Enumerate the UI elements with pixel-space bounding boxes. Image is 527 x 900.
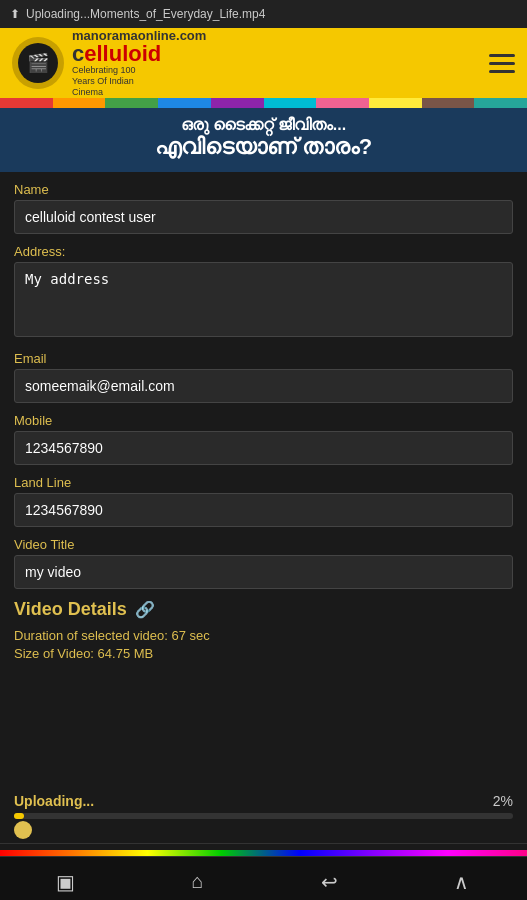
capture-choose-buttons: Capture Choose xyxy=(0,843,527,850)
menu-line-1 xyxy=(489,54,515,57)
color-strip-9 xyxy=(422,98,475,108)
recent-apps-icon: ▣ xyxy=(56,870,75,894)
android-nav-bar: ▣ ⌂ ↩ ∧ xyxy=(0,856,527,900)
upload-row: Uploading... 2% xyxy=(0,793,527,809)
upload-icon-row xyxy=(0,819,527,843)
color-strip-7 xyxy=(316,98,369,108)
banner-section: ഒരു ടൈക്കറ്റ് ജീവിതം... എവിടെയാണ് താരം? xyxy=(0,108,527,172)
status-bar: ⬆ Uploading...Moments_of_Everyday_Life.m… xyxy=(0,0,527,28)
video-title-input[interactable] xyxy=(14,555,513,589)
overflow-icon: ∧ xyxy=(454,870,469,894)
name-label: Name xyxy=(14,182,513,197)
color-strip-4 xyxy=(158,98,211,108)
landline-field-group: Land Line xyxy=(14,475,513,527)
menu-button[interactable] xyxy=(489,54,515,73)
upload-icon: ⬆ xyxy=(10,7,20,21)
home-button[interactable]: ⌂ xyxy=(176,860,220,901)
menu-line-2 xyxy=(489,62,515,65)
color-strip xyxy=(0,98,527,108)
logo-brand: celluloid xyxy=(72,43,206,65)
color-strip-2 xyxy=(53,98,106,108)
upload-dot-icon xyxy=(14,821,32,839)
brand-name: elluloid xyxy=(84,41,161,66)
email-field-group: Email xyxy=(14,351,513,403)
video-title-label: Video Title xyxy=(14,537,513,552)
name-field-group: Name xyxy=(14,182,513,234)
landline-label: Land Line xyxy=(14,475,513,490)
video-details-section: Video Details 🔗 Duration of selected vid… xyxy=(14,599,513,661)
duration-text: Duration of selected video: 67 sec xyxy=(14,628,513,643)
menu-line-3 xyxy=(489,70,515,73)
home-icon: ⌂ xyxy=(192,870,204,893)
size-text: Size of Video: 64.75 MB xyxy=(14,646,513,661)
recent-apps-button[interactable]: ▣ xyxy=(44,860,88,901)
color-strip-8 xyxy=(369,98,422,108)
link-icon: 🔗 xyxy=(135,600,155,619)
mobile-field-group: Mobile xyxy=(14,413,513,465)
email-input[interactable] xyxy=(14,369,513,403)
email-label: Email xyxy=(14,351,513,366)
status-upload-text: Uploading...Moments_of_Everyday_Life.mp4 xyxy=(26,7,265,21)
mobile-label: Mobile xyxy=(14,413,513,428)
color-strip-10 xyxy=(474,98,527,108)
color-strip-5 xyxy=(211,98,264,108)
address-input[interactable]: My address xyxy=(14,262,513,337)
back-button[interactable]: ↩ xyxy=(307,860,351,901)
overflow-button[interactable]: ∧ xyxy=(439,860,483,901)
header: 🎬 manoramaonline.com celluloid Celebrati… xyxy=(0,28,527,98)
back-icon: ↩ xyxy=(321,870,338,894)
uploading-label: Uploading... xyxy=(14,793,94,809)
color-strip-6 xyxy=(264,98,317,108)
logo-container: 🎬 manoramaonline.com celluloid Celebrati… xyxy=(12,28,206,97)
logo-text-block: manoramaonline.com celluloid Celebrating… xyxy=(72,28,206,97)
brand-prefix: c xyxy=(72,41,84,66)
upload-percent: 2% xyxy=(493,793,513,809)
main-scroll-area[interactable]: ഒരു ടൈക്കറ്റ് ജീവിതം... എവിടെയാണ് താരം? … xyxy=(0,108,527,850)
color-strip-3 xyxy=(105,98,158,108)
logo-inner-icon: 🎬 xyxy=(18,43,58,83)
form-area: Name Address: My address Email Mobile La… xyxy=(0,172,527,789)
banner-line1: ഒരു ടൈക്കറ്റ് ജീവിതം... xyxy=(14,116,513,134)
address-label: Address: xyxy=(14,244,513,259)
color-strip-1 xyxy=(0,98,53,108)
name-input[interactable] xyxy=(14,200,513,234)
banner-line2: എവിടെയാണ് താരം? xyxy=(14,134,513,160)
video-title-field-group: Video Title xyxy=(14,537,513,589)
logo-circle: 🎬 xyxy=(12,37,64,89)
video-details-text: Video Details xyxy=(14,599,127,620)
address-field-group: Address: My address xyxy=(14,244,513,341)
landline-input[interactable] xyxy=(14,493,513,527)
logo-sub-text: Celebrating 100Years Of IndianCinema xyxy=(72,65,206,97)
video-details-title: Video Details 🔗 xyxy=(14,599,513,620)
mobile-input[interactable] xyxy=(14,431,513,465)
